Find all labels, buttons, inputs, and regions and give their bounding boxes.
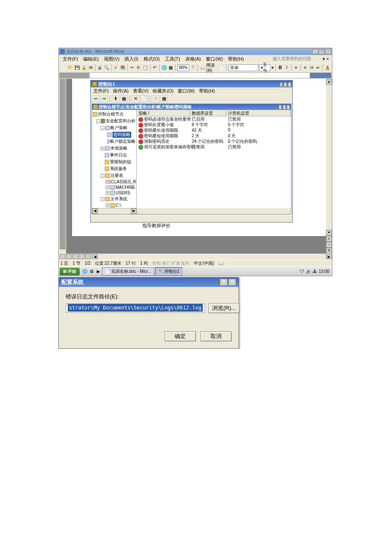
minimize-button[interactable]: _ [312, 49, 318, 54]
tree-users[interactable]: USERS [115, 191, 130, 195]
italic-icon[interactable]: I [284, 64, 289, 71]
ok-button[interactable]: 确定 [164, 331, 196, 341]
menu-close-x[interactable]: ▾ × [321, 56, 330, 62]
list-row[interactable]: 密码必须符合复杂性要求已启用已禁用 [137, 116, 291, 122]
col-database[interactable]: 数据库设置 [190, 110, 226, 116]
log-path-input[interactable]: strator\My Documents\Security\Logs\0612.… [66, 304, 205, 313]
browse-button[interactable]: 浏览(R)... [208, 303, 240, 313]
delete-icon[interactable]: ✕ [132, 95, 139, 103]
undo-icon[interactable]: ↶ [152, 64, 158, 71]
spell-icon[interactable]: ✓ [113, 64, 119, 71]
expander-icon[interactable]: + [106, 180, 109, 184]
tree-event-log[interactable]: 事件日志 [110, 152, 127, 158]
paste-icon[interactable]: 📋 [142, 64, 148, 71]
save-icon[interactable]: 💾 [74, 64, 80, 71]
mmc-minimize-button[interactable]: _ [280, 82, 282, 87]
list-row[interactable]: 密码长度最小值8 个字符0 个字符 [137, 122, 291, 127]
menu-edit[interactable]: 编辑(E) [81, 56, 101, 62]
tree-root[interactable]: 控制台根节点 [98, 111, 124, 117]
scroll-left-icon[interactable]: ◀ [92, 208, 98, 214]
expander-icon[interactable]: - [101, 126, 104, 130]
word-titlebar[interactable]: 实训名称.doc - Microsoft Word _ ❐ × [59, 48, 332, 55]
mail-icon[interactable]: ✉ [88, 64, 93, 71]
help-search-hint[interactable]: 键入需要帮助的问题 [273, 56, 311, 62]
tree-lockout-policy[interactable]: 帐户锁定策略 [110, 139, 135, 145]
mmc-maximize-button[interactable]: □ [284, 82, 287, 87]
web-view-icon[interactable] [66, 254, 72, 259]
prev-page-icon[interactable]: ± [326, 236, 332, 242]
print-icon[interactable]: 🖨 [97, 64, 103, 71]
dialog-help-button[interactable]: ? [220, 279, 228, 286]
menu-view[interactable]: 视图(V) [102, 56, 122, 62]
quick-media-icon[interactable]: ▶ [95, 268, 102, 275]
forward-icon[interactable]: ➡ [100, 95, 108, 103]
list-header[interactable]: 策略 / 数据库设置 计算机设置 [137, 110, 291, 116]
hscroll-left-icon[interactable]: ◀ [92, 254, 98, 259]
bullets-icon[interactable]: ⁝≡ [309, 64, 314, 71]
tree-drive-c[interactable]: C:\ [115, 203, 121, 208]
word-vscroll[interactable]: ▲ ▼ ± ○ ∓ [326, 79, 332, 254]
tray-clock[interactable]: 13:00 [319, 269, 329, 274]
dialog-close-button[interactable]: × [228, 279, 236, 286]
indent-icon[interactable]: ⇤ [315, 64, 321, 71]
expander-icon[interactable]: - [101, 174, 104, 178]
tree-filesystem[interactable]: 文件系统 [110, 196, 127, 202]
tree-system-services[interactable]: 系统服务 [110, 166, 127, 172]
menu-help[interactable]: 帮助(H) [226, 56, 246, 62]
tree-local-policy[interactable]: 本地策略 [110, 145, 127, 151]
tree-registry[interactable]: 注册表 [110, 173, 123, 179]
close-button[interactable]: × [325, 49, 331, 54]
mmc-menu-action[interactable]: 操作(A) [111, 88, 130, 94]
open-icon[interactable]: 📂 [67, 64, 73, 71]
next-page-icon[interactable]: ∓ [326, 248, 332, 254]
fontcolor-icon[interactable]: A [325, 64, 330, 71]
menu-format[interactable]: 格式(O) [141, 56, 162, 62]
dialog-titlebar[interactable]: 配置系统 ? × [59, 278, 239, 287]
expander-icon[interactable]: + [106, 203, 110, 207]
expander-icon[interactable]: - [96, 119, 100, 123]
size-combo[interactable]: ▾ 五号 [259, 64, 271, 71]
mmc-titlebar[interactable]: 控制台1 _ □ × [91, 81, 292, 87]
menu-table[interactable]: 表格(A) [183, 56, 203, 62]
expander-icon[interactable]: - [101, 197, 104, 201]
col-computer[interactable]: 计算机设置 [226, 110, 291, 116]
help-icon[interactable]: ? [190, 64, 196, 71]
menu-tools[interactable]: 工具(T) [163, 56, 182, 62]
outline-view-icon[interactable] [79, 254, 85, 259]
mmc-menu-window[interactable]: 窗口(W) [176, 88, 196, 94]
extra-icon[interactable]: ▦ [160, 95, 168, 103]
mmc-close-button[interactable]: × [288, 82, 291, 87]
reading-view-icon[interactable] [85, 254, 91, 259]
list-pane[interactable]: 策略 / 数据库设置 计算机设置 密码必须符合复杂性要求已启用已禁用 密码长度最… [137, 110, 291, 208]
hscroll-right-icon[interactable]: ▶ [326, 254, 332, 259]
tree-account-policy[interactable]: 帐户策略 [110, 125, 127, 131]
cancel-button[interactable]: 取消 [200, 331, 232, 341]
align-icon[interactable]: ≡ [293, 64, 299, 71]
permission-icon[interactable]: 🔒 [81, 64, 87, 71]
list-row[interactable]: 用可还原的加密来储存密码已禁用已禁用 [137, 144, 291, 150]
horizontal-ruler[interactable] [59, 72, 331, 78]
taskbar-item-word[interactable]: 📄 实训名称.doc - Micr... [102, 267, 154, 276]
col-policy[interactable]: 策略 / [137, 110, 190, 116]
scroll-right-icon[interactable]: ▶ [131, 208, 137, 214]
cut-icon[interactable]: ✂ [130, 64, 135, 71]
mmc-breadcrumb-bar[interactable]: 控制台根节点\安全配置和分析\帐户策略\密码策略 _ □ × [92, 104, 291, 110]
tray-shield-icon[interactable]: 🛡 [300, 269, 304, 274]
help2-icon[interactable]: ? [152, 95, 159, 103]
back-icon[interactable]: ⬅ [92, 95, 99, 103]
taskbar-item-mmc[interactable]: 🔧 控制台1 [155, 267, 182, 276]
read-button[interactable]: 阅读(R) [206, 62, 218, 73]
properties-icon[interactable]: 📄 [140, 95, 148, 103]
menu-file[interactable]: 文件(F) [61, 56, 80, 62]
expander-icon[interactable]: + [101, 147, 104, 150]
bold-icon[interactable]: B [277, 64, 283, 71]
copy-icon[interactable]: ⎘ [136, 64, 141, 71]
child-maximize-button[interactable]: □ [283, 105, 286, 110]
system-tray[interactable]: 🛡 🔊 🖧 13:00 [298, 269, 331, 274]
mmc-menu-fav[interactable]: 收藏夹(O) [151, 88, 175, 94]
tray-volume-icon[interactable]: 🔊 [306, 269, 311, 274]
list-row[interactable]: 密码最短使用期限2 天0 天 [137, 133, 291, 139]
restore-button[interactable]: ❐ [319, 49, 325, 54]
status-book-icon[interactable]: 📖 [218, 261, 223, 266]
mmc-menu-view[interactable]: 查看(V) [131, 88, 150, 94]
